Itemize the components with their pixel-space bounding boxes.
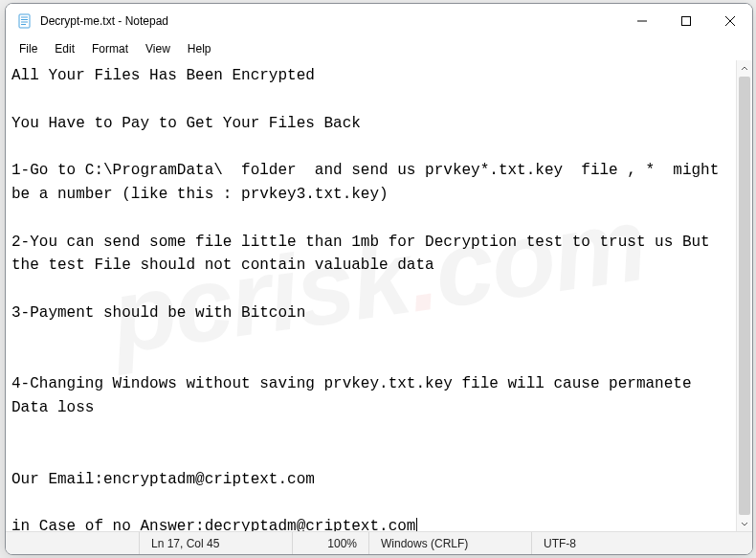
- text-line: in Case of no Answer:decryptadm@criptext…: [11, 518, 415, 531]
- statusbar: Ln 17, Col 45 100% Windows (CRLF) UTF-8: [6, 531, 752, 554]
- titlebar-left: Decrypt-me.txt - Notepad: [6, 13, 620, 29]
- vertical-scrollbar[interactable]: [736, 60, 752, 531]
- text-line: You Have to Pay to Get Your Files Back: [11, 115, 361, 132]
- status-encoding: UTF-8: [532, 532, 752, 554]
- status-line-ending: Windows (CRLF): [369, 532, 532, 554]
- svg-rect-0: [19, 14, 30, 28]
- scroll-up-icon[interactable]: [737, 60, 752, 77]
- close-button[interactable]: [708, 4, 752, 37]
- text-line: 4-Changing Windows without saving prvkey…: [11, 375, 700, 416]
- text-line: All Your Files Has Been Encrypted: [11, 67, 315, 84]
- menu-file[interactable]: File: [11, 40, 45, 57]
- minimize-button[interactable]: [620, 4, 664, 37]
- notepad-window: Decrypt-me.txt - Notepad File Edit Forma…: [5, 3, 753, 555]
- text-caret: [416, 518, 417, 531]
- status-zoom: 100%: [293, 532, 369, 554]
- status-cursor-position: Ln 17, Col 45: [140, 532, 293, 554]
- text-line: Our Email:encryptadm@criptext.com: [11, 471, 315, 488]
- menu-edit[interactable]: Edit: [47, 40, 82, 57]
- text-editor[interactable]: All Your Files Has Been Encrypted You Ha…: [6, 60, 736, 531]
- text-line: 3-Payment should be with Bitcoin: [11, 304, 305, 322]
- status-spacer: [6, 532, 140, 554]
- scroll-thumb[interactable]: [739, 77, 750, 515]
- scroll-track[interactable]: [737, 77, 752, 515]
- menu-format[interactable]: Format: [84, 40, 136, 57]
- notepad-icon: [17, 13, 33, 29]
- window-title: Decrypt-me.txt - Notepad: [40, 14, 168, 28]
- titlebar: Decrypt-me.txt - Notepad: [6, 4, 752, 37]
- text-line: 1-Go to C:\ProgramData\ folder and send …: [11, 162, 728, 203]
- scroll-down-icon[interactable]: [737, 515, 752, 531]
- maximize-button[interactable]: [664, 4, 708, 37]
- menubar: File Edit Format View Help: [6, 37, 752, 60]
- menu-view[interactable]: View: [138, 40, 178, 57]
- text-line: 2-You can send some file little than 1mb…: [11, 234, 719, 275]
- editor-wrap: All Your Files Has Been Encrypted You Ha…: [6, 60, 752, 531]
- menu-help[interactable]: Help: [180, 40, 219, 57]
- svg-rect-6: [682, 16, 691, 25]
- window-controls: [620, 4, 752, 37]
